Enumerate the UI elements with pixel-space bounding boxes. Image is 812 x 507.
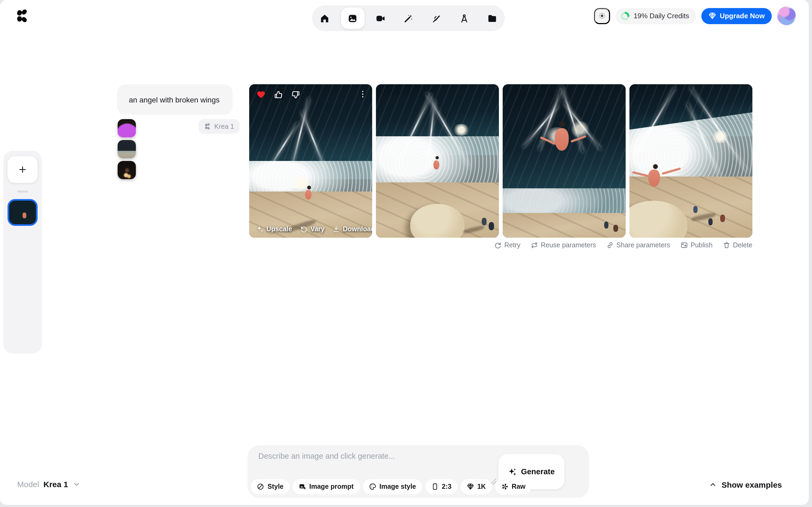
session-thumbnail-selected[interactable]: [7, 199, 38, 226]
aspect-ratio-chip[interactable]: 2:3: [425, 479, 457, 494]
nav-home[interactable]: [313, 7, 337, 29]
nav-design-tools[interactable]: [452, 7, 476, 29]
share-link-icon: [606, 241, 614, 249]
show-examples-button[interactable]: Show examples: [706, 480, 785, 490]
rail-divider: [17, 190, 28, 192]
raw-chip[interactable]: Raw: [495, 479, 531, 494]
design-compass-icon: [459, 13, 469, 23]
session-rail: [3, 151, 42, 353]
nav-enhance[interactable]: [397, 7, 420, 29]
publish-button[interactable]: Publish: [680, 241, 713, 249]
resolution-gem-icon: [466, 483, 474, 490]
video-generation-icon: [375, 13, 386, 23]
delete-icon: [723, 241, 730, 249]
gem-icon: [708, 12, 716, 20]
assets-folder-icon: [487, 13, 497, 23]
krea-badge-icon: [204, 123, 211, 130]
composer-panel: Generate Style Image prompt: [248, 445, 589, 498]
download-icon: [333, 225, 340, 233]
new-session-button[interactable]: [7, 156, 38, 183]
publish-icon: [680, 241, 688, 249]
home-icon: [319, 13, 330, 23]
more-options-button[interactable]: [358, 90, 367, 99]
download-button[interactable]: Download: [333, 225, 372, 233]
vary-button[interactable]: Vary: [300, 225, 325, 233]
upscale-label: Upscale: [266, 225, 292, 233]
dislike-button[interactable]: [291, 90, 300, 99]
heart-icon: [256, 90, 266, 99]
retry-button[interactable]: Retry: [494, 241, 520, 249]
model-label: Model: [17, 480, 39, 489]
style-icon: [257, 483, 264, 490]
generated-image-2[interactable]: [376, 84, 499, 238]
image-prompt-icon: [299, 483, 306, 490]
thumbs-down-icon: [291, 90, 300, 99]
model-badge-label: Krea 1: [214, 123, 234, 130]
reuse-parameters-button[interactable]: Reuse parameters: [530, 241, 596, 249]
image-style-palette-icon: [369, 483, 376, 490]
main-nav: [312, 5, 505, 31]
show-examples-label: Show examples: [721, 480, 782, 489]
prompt-card[interactable]: an angel with broken wings: [117, 84, 233, 115]
upgrade-button[interactable]: Upgrade Now: [701, 8, 772, 24]
generate-sparkle-icon: [508, 467, 517, 476]
nav-edit[interactable]: [424, 7, 448, 29]
kebab-menu-icon: [358, 90, 367, 99]
upscale-button[interactable]: Upscale: [256, 225, 292, 233]
image-toolbar: Upscale Vary Download: [256, 225, 372, 233]
vary-rotate-icon: [300, 225, 308, 233]
nav-assets[interactable]: [480, 7, 504, 29]
plus-icon: [18, 165, 28, 174]
retry-icon: [494, 241, 502, 249]
aspect-ratio-icon: [431, 483, 439, 490]
image-generation-icon: [348, 13, 358, 23]
raw-chip-label: Raw: [512, 483, 525, 490]
style-chip[interactable]: Style: [251, 479, 290, 494]
vary-label: Vary: [310, 225, 325, 233]
image-style-chip[interactable]: Image style: [363, 479, 422, 494]
generated-image-4[interactable]: [629, 84, 752, 238]
prompt-input[interactable]: [258, 452, 489, 477]
nav-image-generation[interactable]: [341, 7, 364, 29]
delete-button[interactable]: Delete: [723, 241, 752, 249]
model-selector[interactable]: Model Krea 1: [17, 480, 80, 489]
reference-thumbnail-2[interactable]: [118, 140, 136, 158]
reference-thumbnail-3[interactable]: [118, 161, 136, 179]
krea-logo[interactable]: [15, 9, 30, 23]
upscale-sparkle-icon: [256, 225, 264, 233]
resolution-chip[interactable]: 1K: [460, 479, 492, 494]
download-label: Download: [343, 225, 372, 233]
sun-icon: [598, 11, 606, 20]
resolution-chip-label: 1K: [477, 483, 486, 490]
screen: 19% Daily Credits Upgrade Now an angel w…: [0, 0, 812, 507]
like-button[interactable]: [274, 90, 283, 99]
header-right: 19% Daily Credits Upgrade Now: [594, 6, 796, 25]
krea-app-window: 19% Daily Credits Upgrade Now an angel w…: [0, 0, 809, 505]
generated-image-3[interactable]: [503, 84, 626, 238]
generated-image-1[interactable]: Upscale Vary Download: [249, 84, 372, 238]
image-feedback-row: [256, 90, 300, 99]
thumbs-up-icon: [274, 90, 283, 99]
style-chip-label: Style: [267, 483, 284, 490]
generated-results: Upscale Vary Download: [249, 84, 752, 238]
user-avatar[interactable]: [777, 6, 796, 25]
favorite-button[interactable]: [256, 90, 266, 99]
chevron-down-icon: [72, 480, 80, 488]
image-prompt-chip[interactable]: Image prompt: [293, 479, 360, 494]
publish-label: Publish: [691, 241, 713, 249]
image-prompt-chip-label: Image prompt: [309, 483, 354, 490]
generate-label: Generate: [521, 467, 555, 476]
daily-credits-badge[interactable]: 19% Daily Credits: [615, 8, 696, 24]
delete-label: Delete: [733, 241, 752, 249]
upgrade-label: Upgrade Now: [720, 12, 765, 20]
nav-video-generation[interactable]: [369, 7, 392, 29]
enhance-wand-icon: [403, 13, 413, 23]
credits-label: 19% Daily Credits: [634, 12, 689, 20]
share-parameters-button[interactable]: Share parameters: [606, 241, 670, 249]
model-value: Krea 1: [44, 480, 68, 489]
edit-pen-icon: [431, 13, 442, 23]
reference-thumbnail-1[interactable]: [118, 119, 136, 137]
reuse-icon: [530, 241, 538, 249]
theme-toggle-button[interactable]: [594, 8, 610, 24]
credits-ring-icon: [620, 11, 630, 21]
